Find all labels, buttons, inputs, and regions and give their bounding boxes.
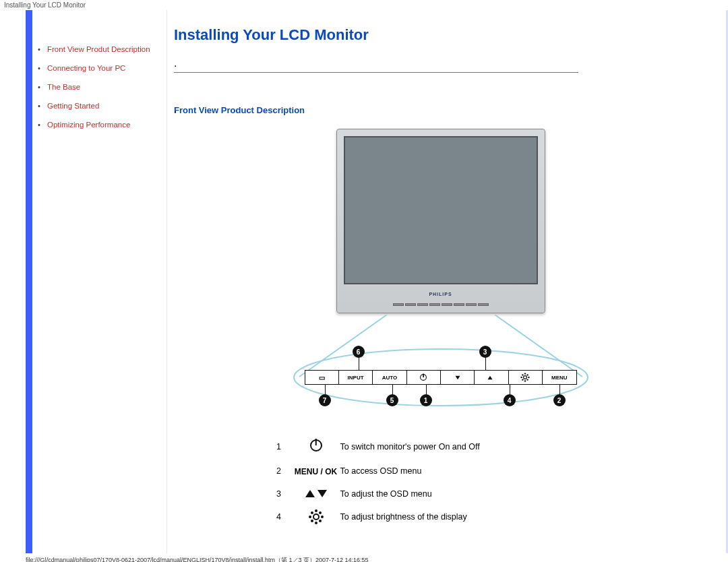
callout-7: 7 [319,394,331,406]
monitor-button-row [344,303,538,310]
ctrl-btn-power [407,371,441,384]
zoom-cone: 6 3 ▭ INPUT AUTO MENU 7 5 [286,315,596,409]
sidebar-nav: Front View Produt Description Connecting… [32,10,167,553]
sidebar-item-label: Connecting to Your PC [47,63,125,73]
ctrl-btn-menu: MENU [543,371,576,384]
ctrl-btn-down [441,371,475,384]
callout-3: 3 [479,346,491,358]
section-title: Front View Product Description [174,105,707,115]
callout-6: 6 [353,346,365,358]
control-strip: ▭ INPUT AUTO MENU [305,370,577,385]
legend-row: 2 MENU / OK To access OSD menu [266,464,616,478]
legend-row: 3 To adjust the OSD menu [266,487,616,501]
ctrl-btn-bright [509,371,543,384]
divider [174,72,578,73]
sidebar-item-label: Front View Produt Description [47,44,150,55]
legend-row: 1 To switch monitor's power On and Off [266,439,616,455]
page-title: Installing Your LCD Monitor [174,26,707,44]
page-frame: Front View Produt Description Connecting… [26,10,728,553]
sidebar-item-optimizing[interactable]: Optimizing Performance [38,115,162,134]
monitor-screen [344,136,538,284]
window-title: Installing Your LCD Monitor [0,0,728,10]
menu-icon: MENU / OK [293,464,340,478]
sidebar-item-getting-started[interactable]: Getting Started [38,96,162,115]
legend-text: To adjust the OSD menu [340,487,616,501]
legend-num: 1 [266,439,293,455]
legend-text: To switch monitor's power On and Off [340,439,616,455]
callout-5: 5 [386,394,398,406]
ctrl-btn-auto: AUTO [373,371,406,384]
footer-path: file:///G|/cdmanual/philips07/170V8-0621… [0,553,728,562]
legend-text: To access OSD menu [340,464,616,478]
sidebar-item-base[interactable]: The Base [38,77,162,96]
power-icon [293,439,340,455]
legend-table: 1 To switch monitor's power On and Off 2… [266,429,616,533]
monitor-diagram: PHILIPS 6 3 ▭ INPUT AUTO [286,129,596,409]
callout-4: 4 [504,394,516,406]
ctrl-btn-input: INPUT [339,371,373,384]
sidebar-item-label: The Base [47,82,80,92]
monitor-bezel: PHILIPS [336,129,545,313]
monitor-brand-label: PHILIPS [344,284,538,303]
sidebar-item-front-view[interactable]: Front View Produt Description [38,40,162,59]
callout-2: 2 [553,394,566,406]
main-content: . . Installing Your LCD Monitor Front Vi… [167,10,726,553]
legend-row: 4 To adjust brightness of the display [266,510,616,524]
sidebar-item-label: Optimizing Performance [47,119,130,130]
ctrl-btn-up [475,371,508,384]
brightness-icon [293,510,340,524]
sidebar-item-label: Getting Started [47,100,99,111]
ctrl-btn-0: ▭ [305,371,339,384]
callout-1: 1 [420,394,432,406]
arrows-icon [293,487,340,501]
sidebar-item-connecting[interactable]: Connecting to Your PC [38,59,162,77]
legend-text: To adjust brightness of the display [340,510,616,524]
legend-num: 2 [266,464,293,478]
legend-num: 4 [266,510,293,524]
legend-num: 3 [266,487,293,501]
